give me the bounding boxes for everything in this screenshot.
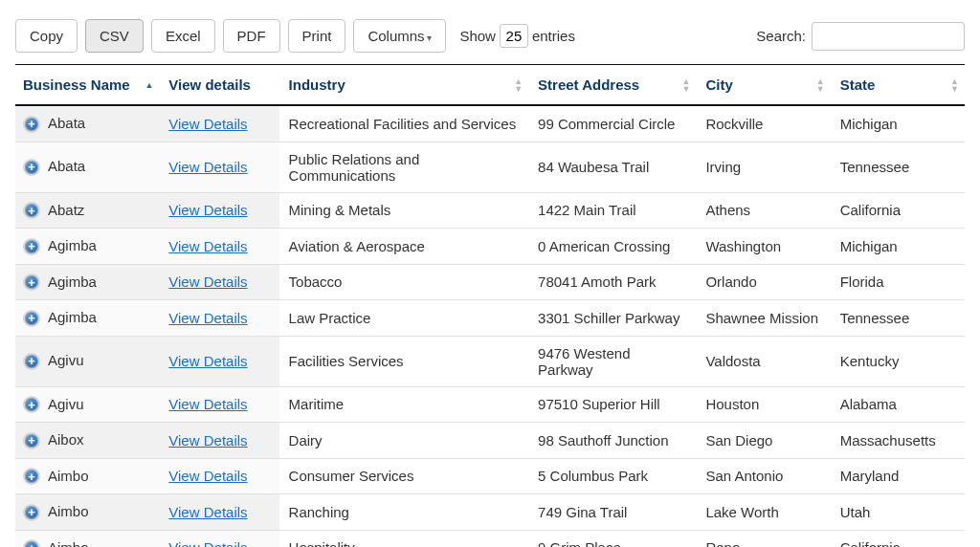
cell-street-address: 749 Gina Trail: [528, 494, 696, 531]
expand-icon[interactable]: +: [23, 116, 40, 133]
table-row: +AbatzView DetailsMining & Metals1422 Ma…: [15, 192, 965, 229]
search-input[interactable]: [812, 22, 965, 51]
cell-business-name: +Abatz: [15, 192, 159, 229]
print-button[interactable]: Print: [288, 19, 346, 53]
table-row: +AimboView DetailsHospitality9 Grim Plac…: [15, 530, 965, 547]
table-row: +AgivuView DetailsFacilities Services947…: [15, 336, 965, 386]
cell-street-address: 98 Sauthoff Junction: [528, 423, 696, 459]
expand-icon[interactable]: +: [23, 504, 40, 521]
business-name-text: Aibox: [48, 431, 84, 448]
cell-business-name: +Aimbo: [15, 494, 159, 531]
expand-icon[interactable]: +: [23, 432, 40, 449]
expand-icon[interactable]: +: [23, 238, 40, 255]
cell-city: Athens: [696, 192, 830, 229]
search-label: Search:: [756, 28, 806, 44]
column-label: Industry: [289, 77, 345, 93]
excel-button[interactable]: Excel: [151, 19, 215, 53]
search-wrap: Search:: [756, 22, 965, 51]
view-details-link[interactable]: View Details: [168, 504, 247, 520]
cell-state: Michigan: [831, 105, 965, 142]
view-details-link[interactable]: View Details: [168, 116, 247, 132]
view-details-link[interactable]: View Details: [168, 274, 247, 290]
view-details-link[interactable]: View Details: [168, 539, 247, 547]
expand-icon[interactable]: +: [23, 310, 40, 327]
cell-view-details: View Details: [159, 336, 278, 386]
column-business-name[interactable]: Business Name ▲: [15, 65, 159, 106]
cell-view-details: View Details: [159, 530, 278, 547]
business-name-text: Abata: [48, 158, 85, 174]
expand-icon[interactable]: +: [23, 353, 40, 370]
entries-label: entries: [532, 28, 575, 44]
cell-state: Massachusetts: [831, 423, 965, 459]
cell-industry: Recreational Facilities and Services: [279, 105, 529, 142]
cell-street-address: 9 Grim Place: [528, 530, 696, 547]
cell-view-details: View Details: [159, 494, 278, 531]
cell-street-address: 99 Commercial Circle: [528, 105, 696, 142]
data-table: Business Name ▲ View details Industry ▲▼…: [15, 64, 965, 547]
table-row: +AgimbaView DetailsTobacco78041 Amoth Pa…: [15, 264, 965, 300]
business-name-text: Aimbo: [48, 503, 89, 519]
sort-icon: ▲▼: [816, 77, 825, 93]
cell-industry: Hospitality: [279, 530, 529, 547]
expand-icon[interactable]: +: [23, 159, 40, 176]
cell-state: Maryland: [831, 458, 965, 494]
cell-business-name: +Aimbo: [15, 530, 159, 547]
cell-business-name: +Aibox: [15, 423, 159, 459]
table-body: +AbataView DetailsRecreational Facilitie…: [15, 105, 965, 547]
view-details-link[interactable]: View Details: [168, 159, 247, 175]
cell-industry: Public Relations and Communications: [279, 142, 529, 192]
cell-view-details: View Details: [159, 458, 278, 494]
column-view-details[interactable]: View details: [159, 65, 278, 106]
expand-icon[interactable]: +: [23, 202, 40, 219]
cell-view-details: View Details: [159, 142, 278, 192]
cell-industry: Consumer Services: [279, 458, 529, 494]
view-details-link[interactable]: View Details: [168, 353, 247, 369]
view-details-link[interactable]: View Details: [168, 468, 247, 484]
view-details-link[interactable]: View Details: [168, 396, 247, 412]
cell-industry: Ranching: [279, 494, 529, 531]
column-label: State: [840, 77, 876, 93]
cell-view-details: View Details: [159, 386, 278, 423]
view-details-link[interactable]: View Details: [168, 310, 247, 326]
cell-view-details: View Details: [159, 300, 278, 337]
cell-business-name: +Agimba: [15, 300, 159, 337]
expand-icon[interactable]: +: [23, 468, 40, 485]
cell-state: California: [831, 530, 965, 547]
cell-industry: Facilities Services: [279, 336, 529, 386]
table-row: +AbataView DetailsRecreational Facilitie…: [15, 105, 965, 142]
view-details-link[interactable]: View Details: [168, 202, 247, 218]
cell-state: Alabama: [831, 386, 965, 423]
cell-business-name: +Agivu: [15, 386, 159, 423]
cell-business-name: +Agimba: [15, 264, 159, 300]
cell-state: California: [831, 192, 965, 229]
cell-industry: Tobacco: [279, 264, 529, 300]
columns-button[interactable]: Columns: [353, 19, 446, 53]
cell-view-details: View Details: [159, 192, 278, 229]
expand-icon[interactable]: +: [23, 274, 40, 291]
cell-state: Tennessee: [831, 142, 965, 192]
table-row: +AgimbaView DetailsAviation & Aerospace0…: [15, 229, 965, 265]
cell-industry: Dairy: [279, 423, 529, 459]
column-state[interactable]: State ▲▼: [831, 65, 965, 106]
expand-icon[interactable]: +: [23, 396, 40, 413]
table-row: +AbataView DetailsPublic Relations and C…: [15, 142, 965, 192]
pdf-button[interactable]: PDF: [223, 19, 280, 53]
view-details-link[interactable]: View Details: [168, 238, 247, 254]
cell-city: Washington: [696, 229, 830, 265]
business-name-text: Abata: [48, 115, 85, 131]
length-input[interactable]: [500, 24, 528, 48]
business-name-text: Aimbo: [48, 468, 89, 484]
cell-street-address: 9476 Westend Parkway: [528, 336, 696, 386]
csv-button[interactable]: CSV: [85, 19, 144, 53]
cell-city: Rockville: [696, 105, 830, 142]
expand-icon[interactable]: +: [23, 539, 40, 547]
business-name-text: Abatz: [48, 202, 84, 218]
column-city[interactable]: City ▲▼: [696, 65, 830, 106]
column-street-address[interactable]: Street Address ▲▼: [528, 65, 696, 106]
column-label: View details: [168, 77, 251, 93]
column-industry[interactable]: Industry ▲▼: [279, 65, 529, 106]
view-details-link[interactable]: View Details: [168, 432, 247, 449]
cell-state: Michigan: [831, 229, 965, 265]
cell-street-address: 1422 Main Trail: [528, 192, 696, 229]
copy-button[interactable]: Copy: [15, 19, 78, 53]
